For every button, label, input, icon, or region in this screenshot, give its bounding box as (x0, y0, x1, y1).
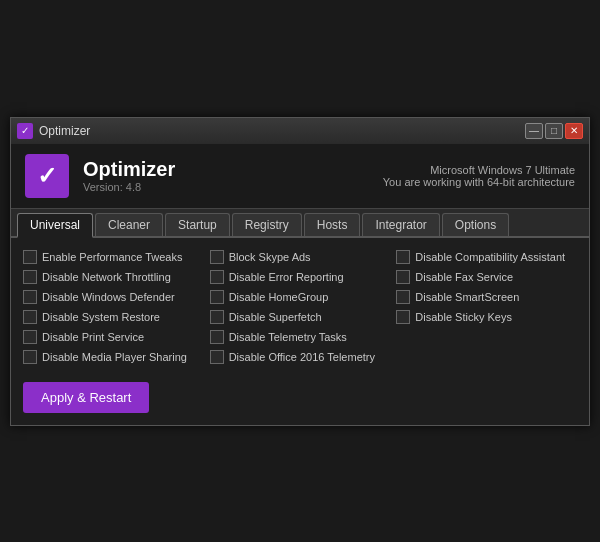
checkbox-label: Disable HomeGroup (229, 291, 329, 303)
checkbox-block-skype[interactable] (210, 250, 224, 264)
tab-universal[interactable]: Universal (17, 213, 93, 238)
list-item: Enable Performance Tweaks (23, 250, 204, 264)
checkbox-label: Disable Windows Defender (42, 291, 175, 303)
list-item: Disable Windows Defender (23, 290, 204, 304)
app-name: Optimizer (83, 158, 369, 181)
checkbox-label: Disable Error Reporting (229, 271, 344, 283)
list-item: Disable SmartScreen (396, 290, 577, 304)
tab-integrator[interactable]: Integrator (362, 213, 439, 236)
checkbox-label: Disable Print Service (42, 331, 144, 343)
app-header: ✓ Optimizer Version: 4.8 Microsoft Windo… (11, 144, 589, 209)
checkbox-disable-error[interactable] (210, 270, 224, 284)
checkbox-label: Disable Superfetch (229, 311, 322, 323)
checkbox-disable-sticky[interactable] (396, 310, 410, 324)
checkbox-label: Disable Sticky Keys (415, 311, 512, 323)
window-controls: — □ ✕ (525, 123, 583, 139)
checkboxes-grid: Enable Performance Tweaks Block Skype Ad… (23, 250, 577, 364)
list-item: Disable Fax Service (396, 270, 577, 284)
list-item: Disable Error Reporting (210, 270, 391, 284)
list-item: Disable Superfetch (210, 310, 391, 324)
list-item: Block Skype Ads (210, 250, 391, 264)
checkbox-disable-net[interactable] (23, 270, 37, 284)
title-bar-left: ✓ Optimizer (17, 123, 90, 139)
tab-startup[interactable]: Startup (165, 213, 230, 236)
checkbox-label: Disable System Restore (42, 311, 160, 323)
title-bar: ✓ Optimizer — □ ✕ (11, 118, 589, 144)
app-version: Version: 4.8 (83, 181, 369, 193)
checkbox-enable-performance[interactable] (23, 250, 37, 264)
minimize-button[interactable]: — (525, 123, 543, 139)
system-info-1: Microsoft Windows 7 Ultimate (383, 164, 575, 176)
checkbox-disable-fax[interactable] (396, 270, 410, 284)
checkbox-disable-restore[interactable] (23, 310, 37, 324)
tab-bar: Universal Cleaner Startup Registry Hosts… (11, 209, 589, 238)
tab-content: Enable Performance Tweaks Block Skype Ad… (11, 238, 589, 425)
list-item: Disable Compatibility Assistant (396, 250, 577, 264)
list-item: Disable Network Throttling (23, 270, 204, 284)
apply-restart-button[interactable]: Apply & Restart (23, 382, 149, 413)
checkbox-label: Enable Performance Tweaks (42, 251, 182, 263)
tab-registry[interactable]: Registry (232, 213, 302, 236)
list-item: Disable Print Service (23, 330, 204, 344)
empty-cell (396, 330, 577, 344)
checkbox-label: Block Skype Ads (229, 251, 311, 263)
list-item: Disable Sticky Keys (396, 310, 577, 324)
checkbox-label: Disable Telemetry Tasks (229, 331, 347, 343)
main-window: ✓ Optimizer — □ ✕ ✓ Optimizer Version: 4… (10, 117, 590, 426)
checkbox-label: Disable Compatibility Assistant (415, 251, 565, 263)
checkbox-label: Disable Media Player Sharing (42, 351, 187, 363)
checkbox-disable-homegroup[interactable] (210, 290, 224, 304)
checkbox-disable-telemetry[interactable] (210, 330, 224, 344)
tab-hosts[interactable]: Hosts (304, 213, 361, 236)
checkbox-label: Disable Network Throttling (42, 271, 171, 283)
checkbox-label: Disable Office 2016 Telemetry (229, 351, 375, 363)
checkbox-disable-mediaplayer[interactable] (23, 350, 37, 364)
checkbox-disable-office[interactable] (210, 350, 224, 364)
tab-cleaner[interactable]: Cleaner (95, 213, 163, 236)
checkbox-disable-compat[interactable] (396, 250, 410, 264)
maximize-button[interactable]: □ (545, 123, 563, 139)
system-info-2: You are working with 64-bit architecture (383, 176, 575, 188)
checkbox-disable-defender[interactable] (23, 290, 37, 304)
checkbox-disable-superfetch[interactable] (210, 310, 224, 324)
empty-cell-2 (396, 350, 577, 364)
app-title-area: Optimizer Version: 4.8 (83, 158, 369, 193)
list-item: Disable System Restore (23, 310, 204, 324)
list-item: Disable Media Player Sharing (23, 350, 204, 364)
list-item: Disable HomeGroup (210, 290, 391, 304)
checkbox-label: Disable SmartScreen (415, 291, 519, 303)
close-button[interactable]: ✕ (565, 123, 583, 139)
app-icon: ✓ (17, 123, 33, 139)
checkbox-disable-smartscreen[interactable] (396, 290, 410, 304)
checkbox-disable-print[interactable] (23, 330, 37, 344)
app-info: Microsoft Windows 7 Ultimate You are wor… (383, 164, 575, 188)
app-logo: ✓ (25, 154, 69, 198)
list-item: Disable Office 2016 Telemetry (210, 350, 391, 364)
logo-checkmark: ✓ (37, 162, 57, 190)
tab-options[interactable]: Options (442, 213, 509, 236)
window-title: Optimizer (39, 124, 90, 138)
list-item: Disable Telemetry Tasks (210, 330, 391, 344)
checkbox-label: Disable Fax Service (415, 271, 513, 283)
